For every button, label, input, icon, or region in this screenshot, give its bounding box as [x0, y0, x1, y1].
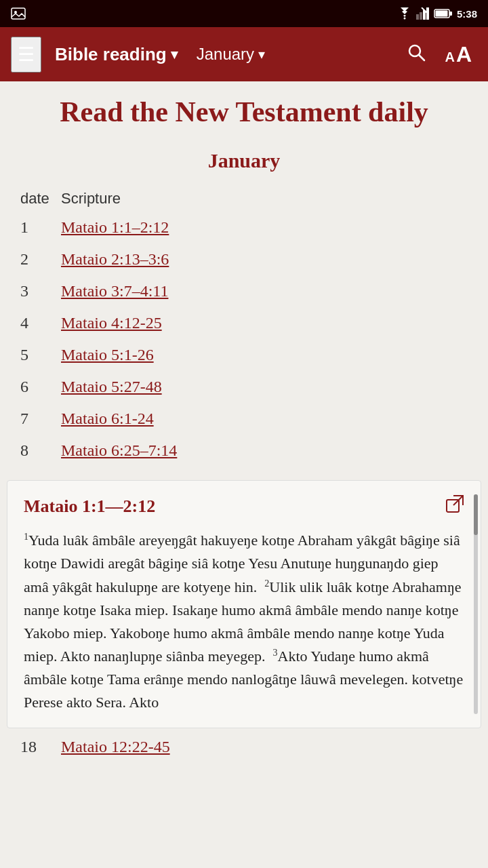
- scripture-link[interactable]: Mataio 2:13–3:6: [61, 250, 169, 268]
- scripture-link[interactable]: Mataio 5:27-48: [61, 378, 162, 395]
- font-size-button[interactable]: A A: [439, 37, 477, 73]
- svg-point-2: [403, 18, 405, 20]
- day-number: 2: [20, 243, 61, 275]
- bottom-day-number: 18: [20, 738, 61, 756]
- scripture-cell: Mataio 5:1-26: [61, 339, 468, 371]
- table-row: 3Mataio 3:7–4:11: [20, 275, 468, 307]
- table-row: 7Mataio 6:1-24: [20, 403, 468, 435]
- date-col-header: date: [20, 186, 61, 212]
- day-number: 1: [20, 212, 61, 243]
- day-number: 7: [20, 403, 61, 435]
- scripture-link[interactable]: Mataio 4:12-25: [61, 314, 162, 332]
- clock: 5:38: [457, 8, 477, 20]
- day-number: 3: [20, 275, 61, 307]
- table-row: 6Mataio 5:27-48: [20, 371, 468, 403]
- scripture-cell: Mataio 6:1-24: [61, 403, 468, 435]
- toolbar-title-label: Bible reading: [55, 44, 167, 65]
- signal-icon: [416, 7, 430, 20]
- title-dropdown-arrow-icon: ▾: [171, 46, 178, 62]
- table-row: 4Mataio 4:12-25: [20, 307, 468, 339]
- bottom-reading-link[interactable]: Mataio 12:22-45: [61, 738, 170, 756]
- day-number: 8: [20, 435, 61, 467]
- main-content: Read the New Testament daily January dat…: [0, 81, 488, 480]
- month-dropdown-arrow-icon: ▾: [258, 46, 265, 62]
- scripture-link[interactable]: Mataio 6:25–7:14: [61, 441, 177, 459]
- table-row: 8Mataio 6:25–7:14: [20, 435, 468, 467]
- scripture-cell: Mataio 1:1–2:12: [61, 212, 468, 243]
- menu-button[interactable]: ☰: [11, 37, 41, 73]
- toolbar: ☰ Bible reading ▾ January ▾ A A: [0, 27, 488, 81]
- status-left: [11, 7, 26, 20]
- panel-scrollbar-thumb: [474, 494, 478, 535]
- month-heading: January: [20, 149, 468, 172]
- bottom-reading-row: 18 Mataio 12:22-45: [0, 728, 488, 766]
- table-row: 2Mataio 2:13–3:6: [20, 243, 468, 275]
- reading-table: date Scripture 1Mataio 1:1–2:122Mataio 2…: [20, 186, 468, 467]
- scripture-link[interactable]: Mataio 6:1-24: [61, 410, 154, 427]
- wifi-icon: [397, 7, 412, 20]
- scripture-col-header: Scripture: [61, 186, 468, 212]
- external-link-icon: [445, 494, 464, 513]
- svg-rect-9: [435, 11, 447, 17]
- search-icon: [407, 43, 426, 62]
- status-bar: 5:38: [0, 0, 488, 27]
- svg-rect-10: [449, 12, 452, 16]
- svg-rect-0: [12, 8, 25, 19]
- scripture-link[interactable]: Mataio 1:1–2:12: [61, 218, 169, 236]
- bible-reading-dropdown-button[interactable]: Bible reading ▾: [49, 41, 183, 68]
- svg-line-12: [419, 55, 424, 60]
- reading-panel-title: Mataio 1:1—2:12: [24, 496, 155, 517]
- reading-panel-text: 1Yuda luâk âmbâle areyeŋgât hakuyeŋe kot…: [24, 529, 464, 714]
- image-icon: [11, 7, 26, 20]
- day-number: 6: [20, 371, 61, 403]
- scripture-cell: Mataio 6:25–7:14: [61, 435, 468, 467]
- month-label: January: [197, 45, 254, 64]
- small-a-label: A: [445, 50, 454, 65]
- scripture-cell: Mataio 5:27-48: [61, 371, 468, 403]
- scripture-link[interactable]: Mataio 3:7–4:11: [61, 282, 168, 300]
- battery-icon: [434, 8, 453, 19]
- open-reading-button[interactable]: [445, 494, 464, 518]
- scripture-cell: Mataio 4:12-25: [61, 307, 468, 339]
- scripture-cell: Mataio 3:7–4:11: [61, 275, 468, 307]
- large-a-label: A: [456, 42, 472, 67]
- scripture-link[interactable]: Mataio 5:1-26: [61, 346, 154, 363]
- day-number: 4: [20, 307, 61, 339]
- table-row: 5Mataio 5:1-26: [20, 339, 468, 371]
- search-button[interactable]: [401, 37, 431, 72]
- svg-rect-3: [416, 14, 419, 20]
- status-right: 5:38: [397, 7, 477, 20]
- reading-panel: Mataio 1:1—2:12 1Yuda luâk âmbâle areyeŋ…: [7, 480, 481, 728]
- page-title: Read the New Testament daily: [20, 95, 468, 129]
- panel-scrollbar[interactable]: [474, 494, 478, 714]
- scripture-cell: Mataio 2:13–3:6: [61, 243, 468, 275]
- svg-rect-4: [420, 12, 422, 20]
- reading-panel-header: Mataio 1:1—2:12: [24, 494, 464, 518]
- table-row: 1Mataio 1:1–2:12: [20, 212, 468, 243]
- day-number: 5: [20, 339, 61, 371]
- month-dropdown-button[interactable]: January ▾: [191, 42, 270, 66]
